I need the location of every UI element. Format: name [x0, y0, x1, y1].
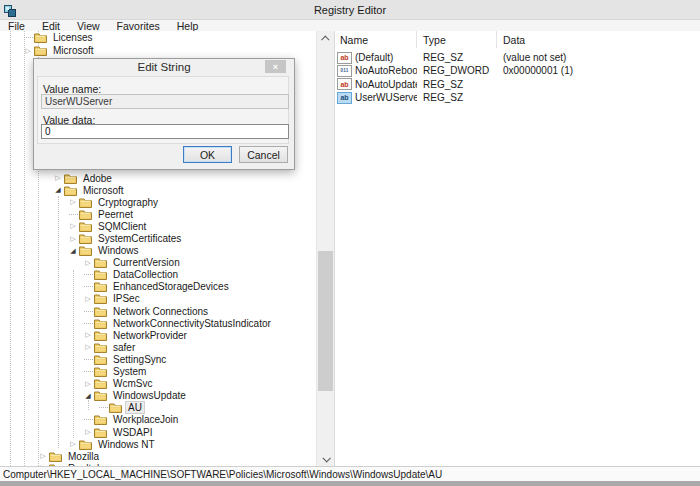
tree-connector-line [82, 359, 94, 360]
scroll-down-icon[interactable] [317, 451, 334, 466]
tree-item-currentversion[interactable]: ▷CurrentVersion [0, 257, 316, 269]
folder-icon [79, 439, 92, 450]
tree-collapse-icon[interactable]: ◢ [82, 392, 94, 400]
value-row-noautoreboot[interactable]: 011NoAutoReboot...REG_DWORD0x00000001 (1… [335, 64, 700, 77]
tree-item-cryptography[interactable]: ▷Cryptography [0, 196, 316, 208]
dialog-close-icon[interactable]: × [265, 60, 286, 73]
value-name: NoAutoReboot... [355, 65, 417, 76]
folder-icon [94, 427, 107, 438]
value-name-cell: abUserWUServer [335, 92, 417, 104]
tree-item-safer[interactable]: ▷safer [0, 341, 316, 353]
menu-help[interactable]: Help [177, 20, 199, 32]
tree-item-datacollection[interactable]: DataCollection [0, 269, 316, 281]
value-row-default[interactable]: ab(Default)REG_SZ(value not set) [335, 51, 700, 64]
tree-item-system[interactable]: System [0, 366, 316, 378]
tree-item-microsoft[interactable]: ▷Microsoft [0, 44, 316, 57]
cancel-button[interactable]: Cancel [239, 146, 288, 163]
column-header-name[interactable]: Name [335, 31, 417, 48]
value-data: (value not set) [497, 52, 700, 63]
tree-scrollbar[interactable] [316, 31, 334, 466]
tree-item-sqmclient[interactable]: ▷SQMClient [0, 220, 316, 232]
folder-icon [34, 32, 47, 43]
scrollbar-thumb[interactable] [318, 251, 333, 391]
tree-item-windows[interactable]: ◢Windows [0, 245, 316, 257]
menu-edit[interactable]: Edit [42, 20, 60, 32]
tree-expand-icon[interactable]: ▷ [82, 343, 94, 351]
tree-collapse-icon[interactable]: ◢ [52, 186, 64, 194]
tree-expand-icon[interactable]: ▷ [82, 331, 94, 339]
tree-top-section: Licenses▷Microsoft [0, 31, 316, 57]
tree-connector-line [82, 323, 94, 324]
tree-item-label: NetworkProvider [110, 329, 190, 342]
value-name-field[interactable] [41, 94, 289, 109]
tree-connector-line [67, 214, 79, 215]
list-header: Name Type Data [335, 31, 700, 48]
folder-icon [94, 378, 107, 389]
values-pane: Name Type Data ab(Default)REG_SZ(value n… [335, 31, 700, 466]
tree-item-networkconnectivitystatusindicator[interactable]: NetworkConnectivityStatusIndicator [0, 317, 316, 329]
tree-item-networkprovider[interactable]: ▷NetworkProvider [0, 329, 316, 341]
menu-favorites[interactable]: Favorites [117, 20, 160, 32]
value-type: REG_SZ [417, 92, 497, 103]
tree-expand-icon[interactable]: ▷ [67, 222, 79, 230]
value-name: NoAutoUpdate [355, 79, 417, 90]
tree-connector-line [82, 419, 94, 420]
tree-expand-icon[interactable]: ▷ [82, 259, 94, 267]
tree-connector-line [22, 37, 34, 38]
tree-item-label: EnhancedStorageDevices [110, 280, 232, 293]
tree-item-systemcertificates[interactable]: ▷SystemCertificates [0, 232, 316, 244]
value-name-cell: abNoAutoUpdate [335, 78, 417, 90]
dword-value-icon: 011 [337, 65, 352, 77]
tree-item-enhancedstoragedevices[interactable]: EnhancedStorageDevices [0, 281, 316, 293]
tree-item-microsoft[interactable]: ◢Microsoft [0, 184, 316, 196]
value-row-noautoupdate[interactable]: abNoAutoUpdateREG_SZ [335, 78, 700, 91]
tree-item-adobe[interactable]: ▷Adobe [0, 172, 316, 184]
tree-item-wsdapi[interactable]: ▷WSDAPI [0, 426, 316, 438]
tree-expand-icon[interactable]: ▷ [67, 440, 79, 448]
value-name: UserWUServer [355, 92, 417, 103]
tree-item-peernet[interactable]: Peernet [0, 208, 316, 220]
tree-connector-line [97, 407, 109, 408]
tree-item-windowsupdate[interactable]: ◢WindowsUpdate [0, 390, 316, 402]
tree-item-settingsync[interactable]: SettingSync [0, 353, 316, 365]
tree-item-au[interactable]: AU [0, 402, 316, 414]
tree-item-label: WorkplaceJoin [110, 413, 181, 426]
tree-item-licenses[interactable]: Licenses [0, 31, 316, 44]
tree-item-workplacejoin[interactable]: WorkplaceJoin [0, 414, 316, 426]
tree-item-wcmsvc[interactable]: ▷WcmSvc [0, 378, 316, 390]
column-header-data[interactable]: Data [497, 31, 700, 48]
menu-file[interactable]: File [8, 20, 25, 32]
scroll-up-icon[interactable] [317, 31, 334, 46]
tree-expand-icon[interactable]: ▷ [67, 235, 79, 243]
tree-item-label: Network Connections [110, 305, 211, 318]
tree-item-label: Windows NT [95, 438, 158, 451]
ok-button[interactable]: OK [183, 146, 232, 163]
value-row-userwuserver[interactable]: abUserWUServerREG_SZ [335, 91, 700, 104]
edit-string-dialog: Edit String × Value name: Value data: OK… [33, 58, 295, 170]
tree-item-label: Cryptography [95, 196, 161, 209]
tree-item-label: SettingSync [110, 353, 169, 366]
tree-expand-icon[interactable]: ▷ [37, 452, 49, 460]
tree-item-ipsec[interactable]: ▷IPSec [0, 293, 316, 305]
tree-item-windows-nt[interactable]: ▷Windows NT [0, 438, 316, 450]
value-type: REG_SZ [417, 79, 497, 90]
tree-item-network-connections[interactable]: Network Connections [0, 305, 316, 317]
menu-view[interactable]: View [77, 20, 100, 32]
tree-item-label: WindowsUpdate [110, 389, 189, 402]
tree-expand-icon[interactable]: ▷ [82, 380, 94, 388]
tree-expand-icon[interactable]: ▷ [52, 174, 64, 182]
tree-collapse-icon[interactable]: ◢ [67, 247, 79, 255]
value-data: 0x00000001 (1) [497, 65, 700, 76]
tree-item-mozilla[interactable]: ▷Mozilla [0, 450, 316, 462]
column-header-type[interactable]: Type [417, 31, 497, 48]
tree-item-label: Microsoft [50, 44, 97, 57]
tree-expand-icon[interactable]: ▷ [82, 428, 94, 436]
value-data-field[interactable] [41, 124, 289, 139]
tree-expand-icon[interactable]: ▷ [67, 198, 79, 206]
tree-expand-icon[interactable]: ▷ [82, 295, 94, 303]
folder-icon [94, 293, 107, 304]
folder-icon [79, 197, 92, 208]
folder-icon [94, 366, 107, 377]
tree-connector-line [82, 286, 94, 287]
tree-expand-icon[interactable]: ▷ [22, 47, 34, 55]
